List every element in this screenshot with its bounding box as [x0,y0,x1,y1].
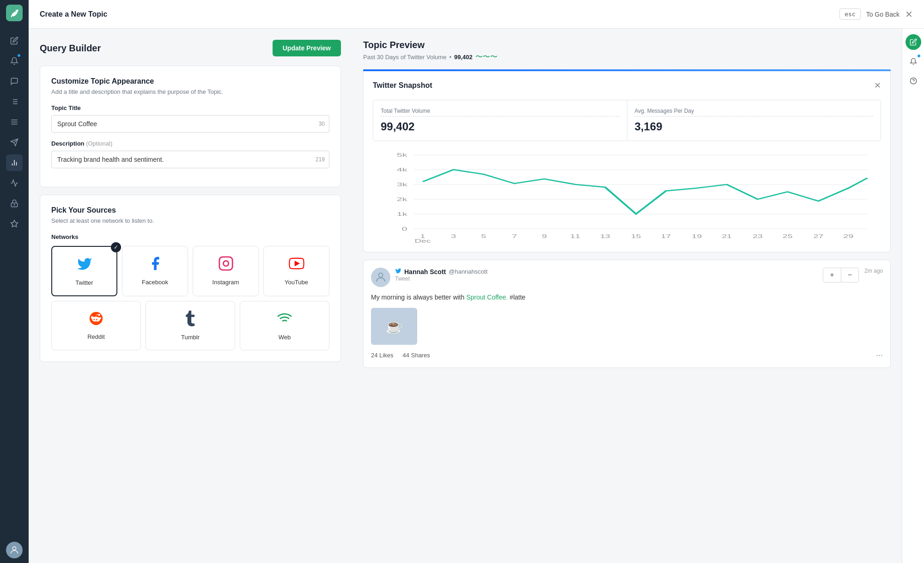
svg-text:3: 3 [451,234,456,239]
esc-button[interactable]: esc [839,8,860,20]
sidebar-item-feeds[interactable] [6,114,23,130]
sidebar [0,0,29,563]
tweet-time: 2m ago [864,268,883,274]
sidebar-item-messages[interactable] [6,73,23,90]
total-volume-cell: Total Twitter Volume 99,402 [373,100,627,141]
svg-text:19: 19 [692,234,702,239]
description-input[interactable] [51,151,329,168]
tumblr-icon [182,311,198,330]
topic-title-input[interactable] [51,115,329,133]
svg-text:11: 11 [570,234,580,239]
svg-text:29: 29 [843,234,853,239]
svg-marker-16 [11,220,18,227]
close-button[interactable]: ✕ [905,10,913,19]
svg-text:9: 9 [542,234,547,239]
tweet-card: Hannah Scott @hannahscott Tweet + − 2m a… [363,260,891,368]
sidebar-item-reviews[interactable] [6,215,23,232]
tweet-link-sproutcoffee[interactable]: Sprout Coffee. [466,294,508,301]
snapshot-title: Twitter Snapshot [373,81,432,90]
networks-label: Networks [51,233,329,240]
reddit-icon [88,311,104,330]
total-volume-value: 99,402 [381,120,620,133]
query-builder-title: Query Builder [40,43,101,54]
snapshot-close-button[interactable]: ✕ [874,80,881,91]
facebook-label: Facebook [142,279,168,286]
svg-text:15: 15 [631,234,641,239]
svg-text:25: 25 [783,234,793,239]
user-avatar[interactable] [6,542,23,558]
svg-text:2k: 2k [397,196,407,202]
topic-title-label: Topic Title [51,104,329,111]
network-card-tumblr[interactable]: Tumblr [146,301,235,350]
tweet-body: My morning is always better with Sprout … [371,293,883,302]
sources-title: Pick Your Sources [51,206,329,214]
tweet-add-button[interactable]: + [823,268,841,282]
svg-text:17: 17 [661,234,671,239]
alert-badge [17,54,21,57]
network-card-reddit[interactable]: Reddit [51,301,141,350]
tweet-actions: + − [823,268,859,282]
tweet-user-row: Hannah Scott @hannahscott [395,268,818,275]
twitter-volume-chart: 5k 4k 3k 2k 1k 0 1 Dec 3 5 7 9 11 [373,150,881,243]
tweet-avatar [371,268,390,287]
web-label: Web [279,334,291,341]
notification-badge [917,54,921,58]
tweet-more-button[interactable]: ··· [876,350,883,360]
topic-title-char-count: 30 [319,121,325,127]
svg-text:13: 13 [600,234,610,239]
topic-title-wrap: 30 [51,115,329,133]
tweet-meta: Hannah Scott @hannahscott Tweet [395,268,818,282]
sources-section: Pick Your Sources Select at least one ne… [40,195,341,362]
svg-point-51 [378,273,383,277]
tweet-remove-button[interactable]: − [841,268,858,282]
instagram-label: Instagram [213,279,239,286]
sidebar-item-reports[interactable] [6,154,23,171]
topic-preview-title: Topic Preview [363,40,891,50]
twitter-icon [77,256,92,275]
tweet-type: Tweet [395,275,818,282]
svg-text:7: 7 [512,234,517,239]
chart-svg: 5k 4k 3k 2k 1k 0 1 Dec 3 5 7 9 11 [373,150,881,243]
total-volume-label: Total Twitter Volume [381,108,620,116]
update-preview-button[interactable]: Update Preview [273,40,341,56]
reddit-label: Reddit [87,333,105,340]
svg-text:3k: 3k [397,182,407,188]
twitter-label: Twitter [75,279,93,286]
go-back-text: To Go Back [866,11,900,18]
tweet-footer: 24 Likes 44 Shares ··· [371,350,883,360]
notification-button[interactable] [906,54,921,69]
compose-action-button[interactable] [906,34,921,50]
network-card-facebook[interactable]: Facebook [122,246,188,296]
tweet-header: Hannah Scott @hannahscott Tweet + − 2m a… [371,268,883,287]
avg-messages-label: Avg. Messages Per Day [635,108,874,116]
sidebar-item-tasks[interactable] [6,93,23,110]
sidebar-item-bots[interactable] [6,195,23,212]
snapshot-header: Twitter Snapshot ✕ [373,80,881,91]
sidebar-item-compose[interactable] [6,32,23,49]
svg-text:4k: 4k [397,167,407,173]
tweet-image: ☕ [371,308,417,345]
tweet-likes: 24 Likes [371,352,393,359]
customize-section: Customize Topic Appearance Add a title a… [40,66,341,187]
description-optional-label: (Optional) [86,140,112,147]
network-card-web[interactable]: Web [240,301,329,350]
svg-point-15 [14,204,15,205]
network-card-instagram[interactable]: Instagram [193,246,259,296]
svg-text:1k: 1k [397,211,407,217]
networks-grid-row2: Reddit Tumblr Web [51,301,329,350]
youtube-label: YouTube [285,279,308,286]
help-button[interactable] [906,73,921,89]
network-card-twitter[interactable]: ✓ Twitter [51,246,117,296]
svg-marker-20 [295,262,298,266]
sidebar-item-analytics[interactable] [6,175,23,191]
web-icon [277,311,292,330]
network-card-youtube[interactable]: YouTube [263,246,329,296]
description-wrap: 219 [51,151,329,168]
topic-preview-subtitle: Past 30 Days of Twitter Volume • 99,402 … [363,52,891,62]
sidebar-item-publish[interactable] [6,134,23,151]
networks-grid-row1: ✓ Twitter Facebook [51,246,329,296]
app-logo[interactable] [6,5,23,21]
sidebar-item-alerts[interactable] [6,53,23,69]
page-title: Create a New Topic [40,10,834,18]
stats-row: Total Twitter Volume 99,402 Avg. Message… [373,100,881,141]
